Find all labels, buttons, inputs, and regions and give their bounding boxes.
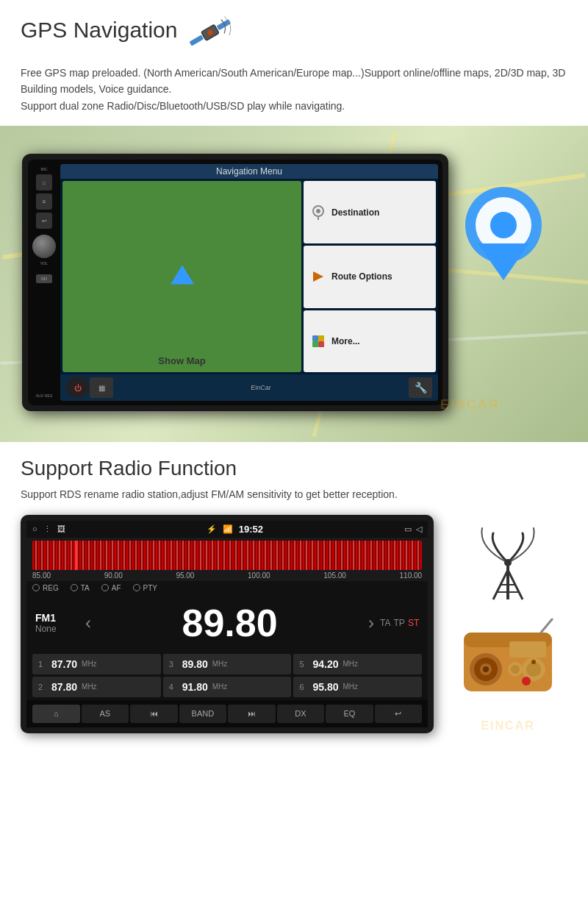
map-panel[interactable]: Show Map [62, 181, 301, 372]
next-freq-btn[interactable]: › [368, 613, 374, 633]
preset-num-3: 3 [169, 660, 178, 669]
image-icon: 🖼 [57, 524, 65, 533]
nav-arrow-up [171, 266, 194, 285]
more-btn[interactable]: More... [304, 310, 436, 373]
dx-ctrl[interactable]: DX [277, 705, 325, 723]
destination-btn[interactable]: Destination [304, 181, 436, 243]
radio-options: REG TA AF PTY [26, 581, 428, 595]
eincar-brand: EinCar [113, 384, 409, 391]
gps-title: GPS Navigation [21, 18, 177, 43]
gps-section: GPS Navigation Free GPS map preloaded. (… [0, 0, 588, 126]
power-btn[interactable]: ⏻ [66, 377, 90, 398]
freq-labels: 85.00 90.00 95.00 100.00 105.00 110.00 [32, 570, 422, 581]
svg-point-21 [504, 559, 512, 566]
radio-box-icon [456, 618, 559, 699]
as-ctrl[interactable]: AS [82, 705, 129, 723]
radio-content: ○ ⋮ 🖼 ⚡ 📶 19:52 ▭ ◁ [21, 515, 567, 733]
more-label: More... [331, 336, 360, 346]
preset-2[interactable]: 2 87.80 MHz [32, 677, 161, 697]
svg-rect-28 [509, 641, 546, 658]
frequency-bar [32, 541, 422, 570]
svg-marker-7 [478, 243, 529, 280]
back-ctrl-btn[interactable]: ↩ [36, 213, 52, 229]
preset-unit-4: MHz [212, 683, 228, 691]
radio-description: Support RDS rename radio station,adjust … [21, 486, 567, 502]
ta-tp-st: TA TP ST [380, 618, 419, 628]
freq-marker [75, 541, 77, 570]
reg-label: REG [43, 584, 59, 592]
radio-main: FM1 None ‹ 89.80 › TA TP ST [26, 595, 428, 651]
bluetooth-icon: ⚡ [207, 524, 217, 534]
preset-freq-6: 95.80 [312, 681, 338, 693]
svg-point-31 [531, 660, 536, 664]
preset-unit-2: MHz [82, 683, 97, 691]
preset-num-2: 2 [38, 683, 47, 691]
back-ctrl[interactable]: ↩ [375, 705, 423, 723]
home-ctrl[interactable]: ⌂ [32, 705, 80, 723]
preset-1[interactable]: 1 87.70 MHz [32, 654, 161, 674]
pty-label: PTY [143, 584, 157, 592]
destination-icon [309, 204, 327, 221]
screen-topbar: Navigation Menu [60, 164, 438, 179]
settings-icon[interactable]: 🔧 [409, 377, 432, 398]
preset-num-1: 1 [38, 660, 47, 669]
status-icons-right: ▭ ◁ [404, 524, 422, 534]
freq-label-1: 90.00 [104, 571, 123, 580]
media-icon[interactable]: ▦ [90, 377, 113, 398]
prev-ctrl[interactable]: ⏮ [130, 705, 178, 723]
route-options-btn[interactable]: Route Options [304, 246, 436, 308]
navigation-screen: Navigation Menu Show Map [60, 164, 438, 401]
svg-line-34 [541, 619, 552, 633]
st-indicator: ST [408, 618, 419, 628]
preset-3[interactable]: 3 89.80 MHz [163, 654, 292, 674]
radio-statusbar: ○ ⋮ 🖼 ⚡ 📶 19:52 ▭ ◁ [26, 521, 428, 538]
route-icon [309, 268, 327, 285]
next-ctrl[interactable]: ⏭ [228, 705, 276, 723]
satellite-icon [186, 13, 237, 57]
show-map-label: Show Map [158, 355, 205, 366]
pty-option[interactable]: PTY [133, 584, 157, 592]
svg-rect-2 [217, 19, 232, 30]
radio-title: Support Radio Function [21, 457, 567, 480]
svg-rect-15 [318, 335, 324, 341]
back-icon: ◁ [416, 524, 422, 534]
svg-point-33 [511, 665, 520, 674]
svg-rect-12 [312, 335, 318, 341]
fm-sub: None [35, 624, 79, 634]
preset-freq-3: 89.80 [182, 658, 208, 670]
mic-label: MIC [40, 167, 47, 171]
freq-label-4: 105.00 [323, 571, 346, 580]
eq-ctrl[interactable]: EQ [326, 705, 373, 723]
ta-option[interactable]: TA [71, 584, 90, 592]
preset-unit-5: MHz [343, 660, 359, 668]
preset-freq-5: 94.20 [312, 658, 338, 670]
destination-label: Destination [331, 207, 379, 218]
wifi-icon: 📶 [223, 524, 233, 534]
preset-4[interactable]: 4 91.80 MHz [163, 677, 292, 697]
radio-controls: ⌂ AS ⏮ BAND ⏭ DX EQ ↩ [26, 700, 428, 727]
ta-label: TA [81, 584, 90, 592]
svg-rect-14 [312, 341, 318, 347]
preset-6[interactable]: 6 95.80 MHz [293, 677, 422, 697]
aux-res-labels: AUX RES [36, 393, 53, 398]
svg-point-6 [490, 212, 517, 238]
preset-unit-1: MHz [82, 660, 97, 668]
svg-rect-13 [318, 341, 324, 347]
vol-knob[interactable] [32, 235, 56, 258]
window-icon: ▭ [404, 524, 412, 534]
gps-description: Free GPS map preloaded. (North American/… [21, 65, 567, 114]
svg-rect-1 [190, 35, 204, 46]
prev-freq-btn[interactable]: ‹ [85, 613, 91, 633]
circle-icon: ○ [32, 524, 37, 533]
reg-option[interactable]: REG [32, 584, 59, 592]
device-map-container: MIC ⌂ ≡ ↩ VOL SD AUX RES Navigation [0, 126, 588, 442]
status-icons-center: ⚡ 📶 19:52 [207, 524, 263, 535]
home-ctrl-btn[interactable]: ⌂ [36, 174, 52, 190]
menu-ctrl-btn[interactable]: ≡ [36, 193, 52, 210]
freq-label-0: 85.00 [32, 571, 51, 580]
preset-freq-4: 91.80 [182, 681, 208, 693]
status-icons-left: ○ ⋮ 🖼 [32, 524, 65, 534]
band-ctrl[interactable]: BAND [179, 705, 227, 723]
preset-5[interactable]: 5 94.20 MHz [293, 654, 422, 674]
af-option[interactable]: AF [101, 584, 121, 592]
